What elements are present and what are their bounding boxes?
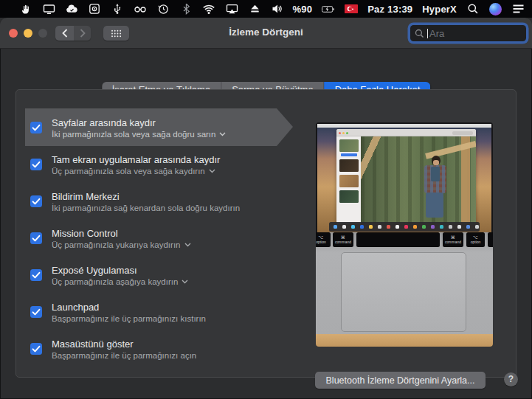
- search-field[interactable]: [410, 25, 526, 41]
- turkish-flag-icon[interactable]: [345, 3, 358, 15]
- gesture-subtitle: İki parmağınızla sağ kenardan sola doğru…: [52, 204, 240, 212]
- gesture-title: Tam ekran uygulamalar arasında kaydır: [52, 154, 220, 165]
- system-preferences-window: İzleme Dörtgeni İşaret Etme ve Tıklama S…: [0, 18, 532, 399]
- chevron-down-icon: [209, 169, 215, 173]
- menu-bar-clock[interactable]: Paz 13:39: [367, 4, 412, 15]
- demo-screen: [317, 124, 491, 232]
- chevron-down-icon: [184, 243, 191, 247]
- text-caret: [427, 29, 428, 38]
- chevron-down-icon: [182, 280, 188, 284]
- space-key: [356, 232, 440, 247]
- gesture-title: Sayfalar arasında kaydır: [52, 117, 226, 128]
- glasses-icon[interactable]: [134, 3, 147, 15]
- gesture-subtitle-dropdown[interactable]: Üç parmağınızla yukarıya kaydırın: [52, 240, 191, 249]
- checkbox-checked[interactable]: [30, 306, 42, 318]
- gesture-title: Mission Control: [52, 228, 191, 239]
- gesture-subtitle: Başparmağınız ile üç parmağınızı açın: [52, 351, 196, 360]
- wifi-icon[interactable]: [202, 3, 215, 15]
- menu-bar-status-icons: [19, 0, 284, 18]
- title-bar: İzleme Dörtgeni: [0, 18, 532, 49]
- checkbox-checked[interactable]: [30, 195, 42, 207]
- gesture-demo-video: ⌥option ⌘command ⌘command ⌥option: [316, 122, 493, 347]
- siri-icon[interactable]: [489, 3, 502, 15]
- display-icon[interactable]: [42, 3, 55, 15]
- battery-percent: %90: [293, 4, 313, 15]
- usb-icon[interactable]: [111, 3, 124, 15]
- check-icon: [30, 232, 42, 244]
- checkbox-checked[interactable]: [30, 343, 42, 355]
- demo-desk: [316, 334, 493, 347]
- gesture-subtitle: Başparmağınız ile üç parmağınızı kıstırı…: [52, 314, 206, 323]
- checkbox-checked[interactable]: [30, 122, 42, 133]
- checkbox-checked[interactable]: [30, 232, 42, 244]
- menu-bar-app-name[interactable]: HyperX: [422, 4, 457, 15]
- time-machine-icon[interactable]: [156, 3, 170, 15]
- airplay-icon[interactable]: [225, 3, 238, 15]
- demo-photo: [361, 136, 476, 223]
- gesture-subtitle-dropdown[interactable]: İki parmağınızla sola veya sağa doğru sa…: [52, 130, 226, 139]
- command-key: ⌘command: [443, 232, 463, 247]
- demo-photos-window: [336, 129, 476, 223]
- gestures-panel: Sayfalar arasında kaydır İki parmağınızl…: [15, 89, 517, 378]
- volume-icon[interactable]: [271, 3, 284, 15]
- demo-menu-bar: [317, 124, 491, 128]
- partial-key: [488, 232, 493, 247]
- option-key: ⌥option: [466, 232, 485, 247]
- check-icon: [30, 195, 42, 207]
- menu-bar-right: %90 Paz 13:39 HyperX: [293, 0, 525, 18]
- battery-icon[interactable]: [322, 3, 335, 15]
- bluetooth-icon[interactable]: [179, 3, 193, 15]
- option-key: ⌥option: [316, 232, 331, 247]
- gesture-title: Launchpad: [52, 302, 206, 313]
- search-icon: [415, 29, 424, 38]
- check-icon: [30, 306, 42, 318]
- demo-dock: [329, 222, 480, 232]
- demo-sidebar: [336, 136, 361, 223]
- gesture-subtitle-dropdown[interactable]: Üç parmağınızla sola veya sağa kaydırın: [52, 167, 220, 176]
- check-icon: [30, 343, 42, 355]
- spotlight-search-icon[interactable]: [466, 3, 480, 15]
- command-key: ⌘command: [333, 232, 353, 247]
- check-icon: [30, 269, 42, 281]
- checkbox-checked[interactable]: [30, 269, 42, 281]
- demo-macbook-body: ⌥option ⌘command ⌘command ⌥option: [316, 232, 493, 334]
- gesture-subtitle-dropdown[interactable]: Üç parmağınızla aşağıya kaydırın: [52, 277, 188, 286]
- menu-bar: %90 Paz 13:39 HyperX: [0, 0, 532, 18]
- tablet-icon[interactable]: [88, 3, 101, 15]
- hand-icon[interactable]: [19, 3, 32, 15]
- check-icon: [30, 159, 42, 170]
- eject-icon[interactable]: [248, 3, 261, 15]
- chevron-down-icon: [219, 132, 226, 136]
- gesture-title: Exposé Uygulaması: [52, 265, 188, 276]
- notification-center-icon[interactable]: [511, 3, 525, 15]
- demo-trackpad: [341, 252, 466, 332]
- cloud-icon[interactable]: [65, 3, 78, 15]
- help-button[interactable]: ?: [504, 372, 518, 386]
- setup-bluetooth-trackpad-button[interactable]: Bluetooth İzleme Dörtgenini Ayarla...: [315, 372, 486, 389]
- demo-person: [421, 156, 451, 221]
- check-icon: [30, 122, 42, 133]
- gesture-title: Masaüstünü göster: [52, 339, 196, 350]
- checkbox-checked[interactable]: [30, 159, 42, 170]
- search-input[interactable]: [429, 28, 522, 39]
- gesture-title: Bildirim Merkezi: [52, 191, 240, 202]
